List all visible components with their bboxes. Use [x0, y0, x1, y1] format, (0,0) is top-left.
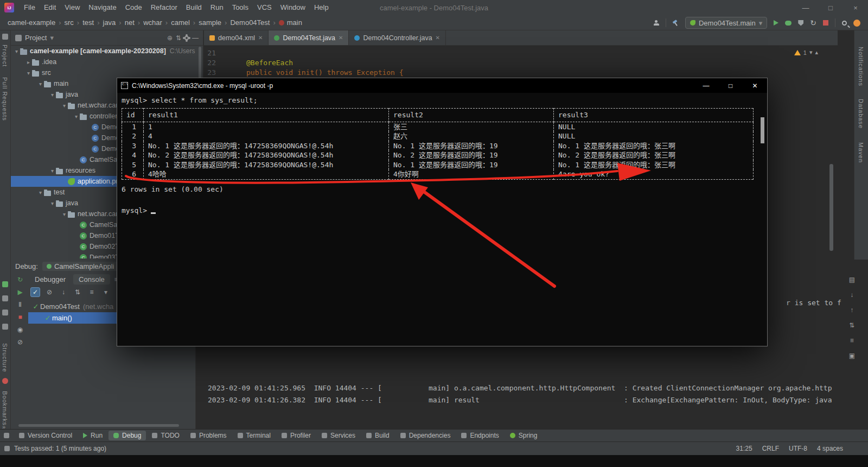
- sidebar-item-notifications[interactable]: Notifications: [858, 47, 864, 86]
- stop-button[interactable]: [823, 20, 828, 26]
- tab-console[interactable]: Console: [73, 274, 110, 285]
- tree-chevron-icon[interactable]: ▾: [61, 211, 68, 217]
- tree-item[interactable]: ▾ src: [11, 67, 203, 78]
- debug-control-icon[interactable]: ◉: [17, 326, 23, 333]
- project-settings-gear-icon[interactable]: [184, 36, 189, 40]
- tool-window-button[interactable]: Dependencies: [395, 431, 456, 440]
- tree-chevron-icon[interactable]: ▾: [73, 113, 80, 119]
- cmd-close-button[interactable]: ✕: [743, 78, 767, 93]
- tree-chevron-icon[interactable]: ▾: [61, 103, 68, 109]
- menu-item[interactable]: Refactor: [146, 0, 182, 15]
- console-strip-icon[interactable]: ⇅: [849, 321, 854, 329]
- tree-chevron-icon[interactable]: ▾: [37, 81, 44, 87]
- tree-chevron-icon[interactable]: ▾: [49, 200, 56, 206]
- ide-settings-icon[interactable]: [853, 20, 860, 27]
- tool-window-button[interactable]: Spring: [505, 431, 542, 440]
- menu-item[interactable]: Edit: [40, 0, 60, 15]
- breadcrumb-item[interactable]: Demo04Test ›: [230, 18, 278, 27]
- breadcrumb-item[interactable]: test ›: [82, 18, 103, 27]
- close-button[interactable]: ×: [843, 0, 868, 15]
- editor-scrollbar[interactable]: [829, 164, 833, 251]
- search-everywhere-icon[interactable]: [842, 21, 847, 26]
- cmd-minimize-button[interactable]: —: [694, 78, 718, 93]
- tree-item[interactable]: ▾ camel-example [camel-example-20230208]…: [11, 46, 203, 56]
- tool-window-button[interactable]: TODO: [147, 431, 184, 440]
- sidebar-item-database[interactable]: Database: [858, 99, 864, 129]
- cmd-terminal[interactable]: mysql> select * from sys_result; idresul…: [117, 93, 767, 218]
- tool-window-button[interactable]: Services: [317, 431, 360, 440]
- breadcrumb-item[interactable]: src ›: [65, 18, 83, 27]
- debug-control-icon[interactable]: ▶: [17, 288, 22, 296]
- breadcrumb-item[interactable]: main ›: [279, 18, 302, 27]
- menu-item[interactable]: Navigate: [84, 0, 120, 15]
- hide-panel-icon[interactable]: —: [192, 34, 199, 42]
- project-view-caret[interactable]: ▾: [50, 34, 54, 42]
- event-log-icon[interactable]: [4, 446, 10, 451]
- menu-item[interactable]: Code: [121, 0, 146, 15]
- menu-item[interactable]: View: [60, 0, 84, 15]
- console-strip-icon[interactable]: ▣: [849, 352, 855, 359]
- menu-item[interactable]: Run: [206, 0, 228, 15]
- tool-window-button[interactable]: Version Control: [14, 431, 77, 440]
- debugger-toolbar-icon[interactable]: ▾: [101, 287, 111, 297]
- editor-tab[interactable]: demo04.xml ✕: [204, 30, 269, 45]
- breadcrumb-item[interactable]: wchar ›: [143, 18, 171, 27]
- tool-window-button[interactable]: Build: [361, 431, 394, 440]
- breadcrumb-item[interactable]: java ›: [103, 18, 125, 27]
- debugger-toolbar-icon[interactable]: ≡: [87, 287, 97, 297]
- cmd-window[interactable]: C:\Windows\System32\cmd.exe - mysql -uro…: [117, 78, 768, 346]
- maximize-button[interactable]: □: [818, 0, 843, 15]
- cmd-title-bar[interactable]: C:\Windows\System32\cmd.exe - mysql -uro…: [117, 78, 767, 93]
- debug-control-icon[interactable]: ■: [18, 313, 22, 321]
- tests-passed-status[interactable]: Tests passed: 1 (5 minutes ago): [14, 445, 106, 452]
- wrench-stripe-icon[interactable]: [2, 295, 8, 302]
- menu-item[interactable]: File: [20, 0, 40, 15]
- recorder-stripe-icon[interactable]: [2, 378, 8, 385]
- console-strip-icon[interactable]: ↓: [850, 291, 853, 299]
- coverage-button[interactable]: [798, 20, 803, 26]
- user-profile-icon[interactable]: [654, 20, 659, 26]
- tab-debugger[interactable]: Debugger: [29, 274, 71, 285]
- breadcrumb-item[interactable]: sample ›: [199, 18, 230, 27]
- layers-stripe-icon[interactable]: [2, 310, 8, 317]
- run-stripe-icon[interactable]: [2, 281, 8, 288]
- debugger-toolbar-icon[interactable]: ⇅: [73, 287, 82, 297]
- locate-file-icon[interactable]: ⊕: [167, 34, 173, 42]
- status-widget[interactable]: 31:25: [736, 445, 752, 452]
- breadcrumb-item[interactable]: camel-example ›: [8, 18, 65, 27]
- tree-chevron-icon[interactable]: ▾: [49, 168, 56, 174]
- project-scrollbar[interactable]: [199, 47, 201, 78]
- breadcrumb-item[interactable]: net ›: [125, 18, 143, 27]
- debug-control-icon[interactable]: ⊘: [17, 338, 23, 346]
- menu-item[interactable]: Build: [182, 0, 206, 15]
- run-configuration-select[interactable]: Demo04Test.main ▾: [685, 17, 767, 29]
- status-widget[interactable]: CRLF: [762, 445, 779, 452]
- console-strip-icon[interactable]: ≡: [850, 337, 854, 344]
- tree-chevron-icon[interactable]: ▾: [37, 190, 44, 195]
- project-panel-title[interactable]: Project: [25, 34, 47, 42]
- tool-window-button[interactable]: Profiler: [277, 431, 316, 440]
- debugger-toolbar-icon[interactable]: ✓: [30, 287, 40, 297]
- mysql-prompt[interactable]: mysql>: [122, 206, 763, 215]
- project-stripe-icon[interactable]: [2, 34, 8, 41]
- debug-session-tab[interactable]: CamelSampleAppli: [42, 262, 119, 271]
- tool-window-button[interactable]: Run: [78, 431, 107, 440]
- pause-stripe-icon[interactable]: [2, 324, 8, 331]
- menu-item[interactable]: Window: [276, 0, 310, 15]
- cmd-scrollbar[interactable]: [761, 117, 764, 143]
- status-widget[interactable]: 4 spaces: [817, 445, 843, 452]
- tree-item[interactable]: ▸ .idea: [11, 56, 203, 67]
- sidebar-item-maven[interactable]: Maven: [858, 142, 864, 163]
- debug-button[interactable]: [785, 21, 792, 26]
- project-view-icon[interactable]: [15, 35, 22, 41]
- close-tab-icon[interactable]: ✕: [436, 35, 440, 41]
- debugger-toolbar-icon[interactable]: ↓: [59, 287, 68, 297]
- build-hammer-icon[interactable]: [673, 20, 679, 26]
- expand-collapse-icon[interactable]: ⇅: [176, 34, 181, 42]
- tool-window-button[interactable]: Terminal: [233, 431, 276, 440]
- sidebar-item-structure[interactable]: Structure: [2, 343, 8, 373]
- menu-item[interactable]: Help: [310, 0, 333, 15]
- debug-control-icon[interactable]: Ⅱ: [18, 301, 22, 308]
- tool-window-button[interactable]: Problems: [186, 431, 232, 440]
- close-tab-icon[interactable]: ✕: [258, 35, 263, 41]
